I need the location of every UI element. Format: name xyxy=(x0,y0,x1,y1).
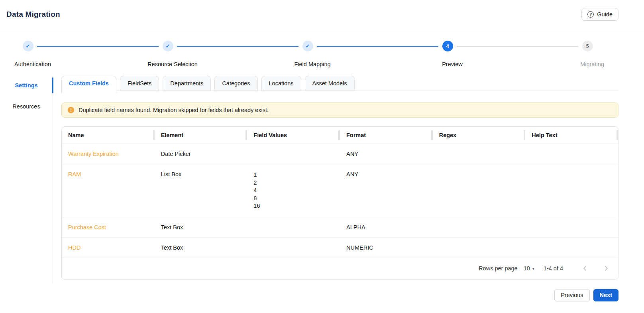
rows-per-page-select[interactable]: 10 ▾ xyxy=(524,265,534,272)
step-label: Authentication xyxy=(14,61,51,67)
field-element: List Box xyxy=(155,164,247,217)
check-icon: ✓ xyxy=(302,41,313,51)
field-values xyxy=(247,238,340,258)
step-resource-selection: ✓ Resource Selection xyxy=(124,41,212,67)
field-name-link[interactable]: HDD xyxy=(62,238,155,258)
warning-icon: ! xyxy=(68,107,74,113)
field-format: ANY xyxy=(340,164,433,217)
table-row: RAM List Box 1 2 4 8 16 ANY xyxy=(62,164,618,217)
step-label: Resource Selection xyxy=(147,61,198,67)
tab-departments[interactable]: Departments xyxy=(163,76,211,91)
field-value: 2 xyxy=(253,179,334,187)
field-help-text xyxy=(525,144,618,164)
custom-fields-table: Name Element Field Values Format Regex xyxy=(61,126,618,280)
previous-page-button[interactable] xyxy=(579,263,590,274)
tab-bar: Custom Fields FieldSets Departments Cate… xyxy=(61,76,618,93)
guide-button[interactable]: ? Guide xyxy=(581,8,618,21)
step-migrating: 5 Migrating xyxy=(544,41,631,67)
check-icon: ✓ xyxy=(163,41,173,51)
content-area: Settings Resources Custom Fields FieldSe… xyxy=(0,76,644,301)
field-name-link[interactable]: RAM xyxy=(62,164,155,217)
table-row: HDD Text Box NUMERIC xyxy=(62,237,618,258)
field-values xyxy=(247,144,340,164)
step-preview: 4 Preview xyxy=(404,41,491,67)
column-header-format: Format xyxy=(340,127,433,144)
guide-button-label: Guide xyxy=(597,11,613,18)
field-element: Text Box xyxy=(155,238,247,258)
table-row: Purchase Cost Text Box ALPHA xyxy=(62,217,618,237)
rows-per-page-label: Rows per page xyxy=(479,265,518,272)
tab-asset-models[interactable]: Asset Models xyxy=(305,76,355,91)
sidebar: Settings Resources xyxy=(0,76,53,283)
field-values xyxy=(247,217,340,237)
field-value: 1 xyxy=(253,171,334,179)
main-panel: Custom Fields FieldSets Departments Cate… xyxy=(53,76,644,301)
field-element: Text Box xyxy=(155,217,247,237)
field-regex xyxy=(433,164,526,217)
step-label: Field Mapping xyxy=(294,61,330,67)
field-element: Date Picker xyxy=(155,144,247,164)
page-title: Data Migration xyxy=(6,10,60,19)
step-authentication: ✓ Authentication xyxy=(0,41,72,67)
sidebar-item-resources[interactable]: Resources xyxy=(0,98,53,114)
chevron-right-icon xyxy=(605,266,608,271)
wizard-footer: Previous Next xyxy=(61,289,618,301)
column-header-name: Name xyxy=(62,127,155,144)
help-circle-icon: ? xyxy=(587,11,594,18)
table-row: Warranty Expiration Date Picker ANY xyxy=(62,144,618,164)
tab-custom-fields[interactable]: Custom Fields xyxy=(61,76,116,93)
migration-stepper: ✓ Authentication ✓ Resource Selection ✓ … xyxy=(0,29,644,76)
field-name-link[interactable]: Warranty Expiration xyxy=(62,144,155,164)
table-header-row: Name Element Field Values Format Regex xyxy=(62,127,618,144)
field-regex xyxy=(433,217,526,237)
field-regex xyxy=(433,144,526,164)
page-header: Data Migration ? Guide xyxy=(0,0,644,29)
field-values: 1 2 4 8 16 xyxy=(247,164,340,217)
field-format: ANY xyxy=(340,144,433,164)
field-format: NUMERIC xyxy=(340,238,433,258)
next-page-button[interactable] xyxy=(601,263,612,274)
chevron-left-icon xyxy=(583,266,587,271)
column-header-element: Element xyxy=(155,127,247,144)
tab-categories[interactable]: Categories xyxy=(214,76,257,91)
field-value: 4 xyxy=(253,187,334,195)
column-header-help-text: Help Text xyxy=(525,127,618,144)
tab-locations[interactable]: Locations xyxy=(261,76,301,91)
column-header-regex: Regex xyxy=(433,127,526,144)
field-help-text xyxy=(525,164,618,217)
previous-button[interactable]: Previous xyxy=(554,289,589,301)
step-number-badge: 4 xyxy=(442,41,453,51)
warning-message: Duplicate field names found. Migration s… xyxy=(79,107,269,113)
check-icon: ✓ xyxy=(23,41,33,51)
field-name-link[interactable]: Purchase Cost xyxy=(62,217,155,237)
tab-fieldsets[interactable]: FieldSets xyxy=(120,76,159,91)
duplicate-warning-banner: ! Duplicate field names found. Migration… xyxy=(61,102,618,118)
table-pagination: Rows per page 10 ▾ 1-4 of 4 xyxy=(62,258,618,279)
field-value: 8 xyxy=(253,195,334,203)
field-format: ALPHA xyxy=(340,217,433,237)
field-help-text xyxy=(525,238,618,258)
column-header-field-values: Field Values xyxy=(247,127,340,144)
next-button[interactable]: Next xyxy=(593,289,618,301)
step-label: Migrating xyxy=(580,61,604,67)
field-help-text xyxy=(525,217,618,237)
column-resize-handle[interactable] xyxy=(617,130,618,140)
step-label: Preview xyxy=(442,61,463,67)
pagination-range: 1-4 of 4 xyxy=(544,265,563,272)
step-number-badge: 5 xyxy=(582,41,593,51)
dropdown-arrow-icon: ▾ xyxy=(532,266,534,271)
field-regex xyxy=(433,238,526,258)
step-field-mapping: ✓ Field Mapping xyxy=(264,41,351,67)
field-value: 16 xyxy=(253,202,334,210)
sidebar-item-settings[interactable]: Settings xyxy=(0,77,53,93)
